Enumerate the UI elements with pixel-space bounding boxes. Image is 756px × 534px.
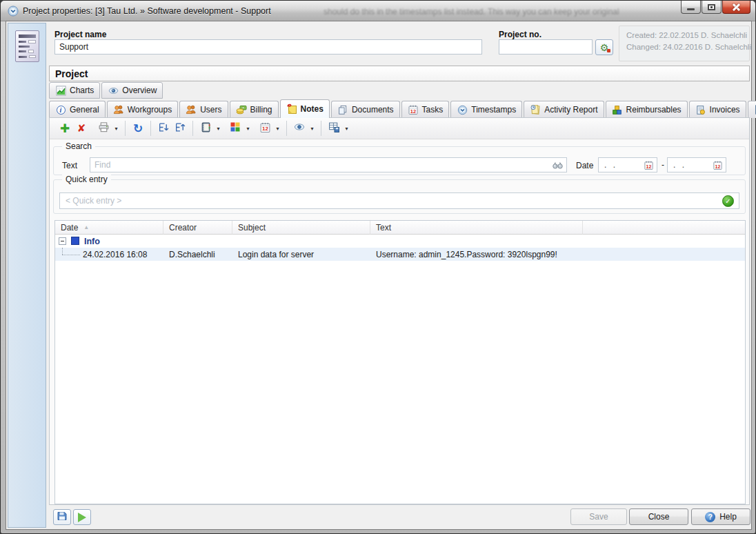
titlebar[interactable]: Project properties: [3] Tau Ltd. » Softw… bbox=[1, 1, 755, 21]
column-header-creator[interactable]: Creator bbox=[163, 221, 232, 235]
tab-tasks[interactable]: 12 Tasks bbox=[401, 101, 450, 118]
minimize-button[interactable] bbox=[681, 1, 701, 14]
project-no-label: Project no. bbox=[499, 30, 541, 39]
toolbar-separator bbox=[321, 121, 321, 136]
note-icon bbox=[286, 103, 297, 115]
search-input[interactable] bbox=[90, 160, 548, 170]
tab-overview[interactable]: Overview bbox=[101, 82, 163, 99]
date-range-separator: - bbox=[662, 160, 664, 170]
date-from-field[interactable]: . . 12 bbox=[598, 157, 657, 172]
chevron-down-icon: ▾ bbox=[217, 126, 219, 132]
tab-activity-report[interactable]: Activity Report bbox=[524, 101, 604, 118]
tree-line bbox=[62, 255, 80, 255]
tab-documents[interactable]: Documents bbox=[331, 101, 400, 118]
collapse-all-button[interactable] bbox=[172, 120, 188, 137]
quick-save-button[interactable] bbox=[53, 509, 71, 525]
toolbar: ✚ ✘ ▾ ↻ ▾ ▾ 12 bbox=[50, 118, 749, 139]
form-icon-line bbox=[19, 46, 30, 48]
tab-quotes[interactable]: % Quotes bbox=[748, 101, 756, 118]
maximize-button[interactable] bbox=[702, 1, 722, 14]
background-window-text: should do this in the timestamps list in… bbox=[324, 7, 672, 17]
quick-entry-field[interactable]: ✓ bbox=[59, 192, 739, 209]
workgroups-icon bbox=[113, 104, 124, 115]
tab-label: Overview bbox=[122, 86, 157, 95]
project-no-input[interactable] bbox=[499, 39, 593, 55]
collapse-expander-icon[interactable] bbox=[59, 237, 66, 245]
tab-label: Reimbursables bbox=[626, 105, 682, 115]
svg-text:12: 12 bbox=[410, 108, 415, 115]
notes-grid: Date ▲ Creator Subject Text Info 24.02.2… bbox=[54, 220, 746, 504]
colors-button[interactable] bbox=[227, 120, 243, 137]
sort-ascending-icon: ▲ bbox=[83, 224, 89, 234]
created-text: Created: 22.02.2015 D. Schaelchli bbox=[626, 31, 749, 39]
quick-entry-legend: Quick entry bbox=[62, 175, 111, 184]
calendar-icon[interactable]: 12 bbox=[711, 159, 724, 171]
search-date-label: Date bbox=[576, 161, 593, 170]
export-grid-button[interactable] bbox=[326, 120, 342, 137]
delete-button[interactable]: ✘ bbox=[73, 120, 90, 137]
billing-icon bbox=[236, 104, 247, 115]
quote-icon: % bbox=[754, 104, 756, 115]
binoculars-icon[interactable] bbox=[548, 158, 566, 172]
quick-entry-input[interactable] bbox=[60, 196, 722, 206]
plus-icon: ✚ bbox=[60, 121, 70, 136]
contacts-dropdown[interactable]: ▾ bbox=[214, 120, 223, 137]
tab-general[interactable]: i General bbox=[49, 101, 106, 118]
app-icon bbox=[8, 6, 19, 17]
check-circle-icon[interactable]: ✓ bbox=[722, 195, 734, 207]
toolbar-separator bbox=[192, 121, 193, 136]
gear-badge bbox=[607, 49, 610, 52]
close-dialog-button[interactable]: Close bbox=[629, 508, 688, 525]
date-to-field[interactable]: . . 12 bbox=[667, 157, 726, 172]
search-text-field[interactable] bbox=[90, 157, 567, 172]
invoice-icon bbox=[695, 104, 706, 115]
category-color-icon bbox=[71, 237, 79, 245]
print-button[interactable] bbox=[95, 120, 112, 137]
column-label: Text bbox=[376, 223, 391, 234]
tab-label: Activity Report bbox=[544, 105, 597, 115]
group-row-info[interactable]: Info bbox=[55, 235, 745, 248]
eye-icon bbox=[108, 85, 119, 96]
tab-row-top: Charts Overview bbox=[49, 82, 164, 99]
tab-reimbursables[interactable]: Reimbursables bbox=[606, 101, 688, 118]
tab-notes[interactable]: Notes bbox=[280, 99, 330, 118]
refresh-button[interactable]: ↻ bbox=[130, 120, 146, 137]
column-header-subject[interactable]: Subject bbox=[232, 221, 370, 235]
tab-charts[interactable]: Charts bbox=[49, 82, 100, 99]
tab-workgroups[interactable]: Workgroups bbox=[107, 101, 178, 118]
generate-number-button[interactable]: ⚙ bbox=[595, 39, 613, 55]
close-button-label: Close bbox=[648, 512, 670, 522]
column-header-text[interactable]: Text bbox=[370, 221, 583, 235]
form-icon-box bbox=[28, 50, 34, 53]
column-header-date[interactable]: Date ▲ bbox=[55, 221, 163, 235]
help-button[interactable]: ? Help bbox=[691, 508, 750, 525]
tab-timestamps[interactable]: Timestamps bbox=[450, 101, 522, 118]
project-form-icon[interactable] bbox=[15, 30, 39, 62]
add-button[interactable]: ✚ bbox=[57, 120, 73, 137]
view-dropdown[interactable]: ▾ bbox=[308, 120, 317, 137]
print-dropdown[interactable]: ▾ bbox=[112, 120, 121, 137]
run-button[interactable] bbox=[73, 509, 91, 525]
calendar-dropdown[interactable]: ▾ bbox=[273, 120, 282, 137]
project-name-input[interactable] bbox=[54, 39, 482, 55]
expand-all-button[interactable] bbox=[155, 120, 172, 137]
view-button[interactable] bbox=[291, 120, 308, 137]
calendar-icon: 12 bbox=[259, 121, 271, 136]
tab-row-main: i General Workgroups Users Billing bbox=[49, 99, 756, 118]
contacts-button[interactable] bbox=[197, 120, 214, 137]
calendar-button[interactable]: 12 bbox=[257, 120, 273, 137]
table-row[interactable]: 24.02.2016 16:08 D.Schaelchli Login data… bbox=[55, 248, 745, 261]
form-icon-line bbox=[19, 41, 26, 43]
export-dropdown[interactable]: ▾ bbox=[342, 120, 351, 137]
tab-invoices[interactable]: Invoices bbox=[689, 101, 746, 118]
calendar-icon[interactable]: 12 bbox=[642, 159, 655, 171]
save-button[interactable]: Save bbox=[570, 508, 627, 525]
table-save-icon bbox=[328, 121, 340, 136]
cell-creator: D.Schaelchli bbox=[163, 248, 232, 261]
tab-billing[interactable]: Billing bbox=[230, 101, 279, 118]
date-to-value: . . bbox=[668, 160, 711, 170]
tab-users[interactable]: Users bbox=[179, 101, 228, 118]
colors-dropdown[interactable]: ▾ bbox=[243, 120, 252, 137]
close-button[interactable] bbox=[722, 1, 750, 14]
cubes-icon bbox=[612, 104, 623, 115]
